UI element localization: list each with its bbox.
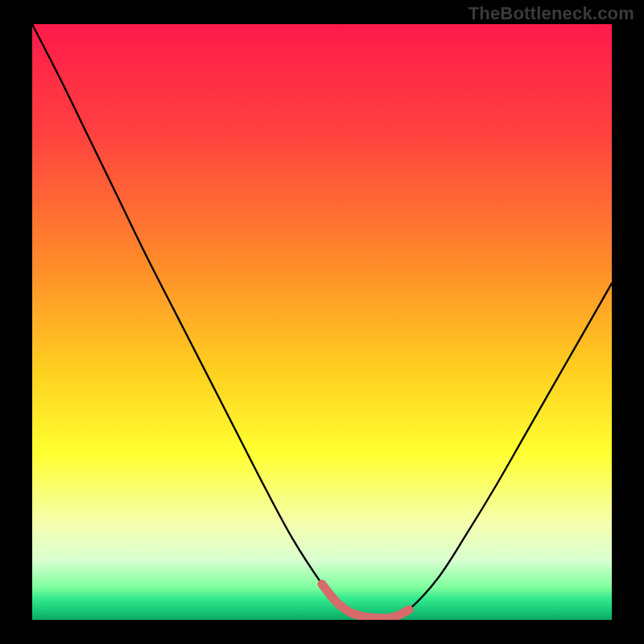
gradient-background <box>32 24 612 620</box>
plot-area <box>32 24 612 620</box>
watermark-text: TheBottleneck.com <box>469 3 634 24</box>
chart-svg <box>32 24 612 620</box>
chart-frame: TheBottleneck.com <box>0 0 644 644</box>
